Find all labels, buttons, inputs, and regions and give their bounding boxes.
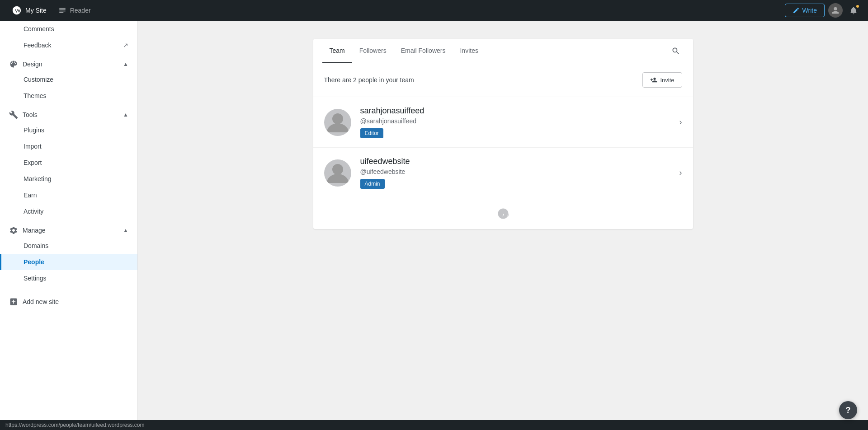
write-label: Write (802, 7, 817, 14)
wordpress-logo-icon (12, 5, 22, 15)
design-section-title: Design (9, 60, 42, 69)
themes-label: Themes (24, 92, 47, 99)
content-area: Team Followers Email Followers Invites T… (138, 21, 868, 420)
tools-chevron-icon: ▲ (123, 112, 128, 118)
sidebar-item-domains[interactable]: Domains (0, 238, 137, 254)
tab-team[interactable]: Team (322, 39, 352, 63)
export-label: Export (24, 159, 42, 166)
earn-label: Earn (24, 192, 37, 199)
help-button[interactable]: ? (839, 401, 857, 419)
sidebar-item-import[interactable]: Import (0, 138, 137, 154)
sidebar-item-customize[interactable]: Customize (0, 71, 137, 88)
team-count-text: There are 2 people in your team (324, 76, 414, 84)
wordpress-footer-icon (497, 207, 509, 220)
search-icon (671, 47, 680, 56)
topbar: My Site Reader Write (0, 0, 868, 21)
search-button[interactable] (668, 43, 684, 59)
member-role-ui: Admin (360, 179, 385, 189)
sidebar-item-add-new-site[interactable]: Add new site (0, 291, 137, 309)
member-avatar-sarah (324, 109, 351, 136)
tools-label: Tools (23, 111, 38, 118)
sidebar-item-feedback[interactable]: Feedback ↗ (0, 37, 137, 53)
sidebar-item-settings[interactable]: Settings (0, 270, 137, 286)
member-avatar-ui (324, 159, 351, 187)
tools-section-title: Tools (9, 110, 38, 119)
svg-point-1 (332, 164, 343, 175)
activity-label: Activity (24, 208, 43, 215)
sidebar-item-plugins[interactable]: Plugins (0, 122, 137, 138)
design-icon (9, 60, 18, 69)
status-bar: https://wordpress.com/people/team/uifeed… (0, 420, 868, 430)
sidebar-item-activity[interactable]: Activity (0, 203, 137, 220)
write-button[interactable]: Write (785, 4, 825, 17)
member-role-sarah: Editor (360, 128, 383, 138)
sidebar-item-people[interactable]: People (0, 254, 137, 270)
reader-icon (58, 6, 66, 14)
sidebar: Comments Feedback ↗ Design ▲ Customize T… (0, 21, 138, 420)
topbar-right: Write (785, 3, 861, 18)
my-site-label: My Site (25, 7, 47, 14)
help-label: ? (846, 406, 851, 415)
sidebar-item-marketing[interactable]: Marketing (0, 171, 137, 187)
team-member-uifeedwebsite[interactable]: uifeedwebsite @uifeedwebsite Admin › (313, 148, 693, 198)
reader-label: Reader (70, 7, 91, 14)
member-chevron-sarah: › (679, 117, 682, 127)
add-new-site-title: Add new site (9, 297, 59, 306)
sidebar-section-tools[interactable]: Tools ▲ (0, 104, 137, 122)
notification-badge (855, 4, 860, 9)
manage-chevron-icon: ▲ (123, 227, 128, 234)
import-label: Import (24, 143, 42, 150)
invite-button[interactable]: Invite (642, 72, 682, 88)
sidebar-item-earn[interactable]: Earn (0, 187, 137, 203)
wp-footer (313, 198, 693, 229)
domains-label: Domains (24, 242, 48, 249)
member-info-sarah: sarahjonasuiffeed @sarahjonasuiffeed Edi… (360, 106, 672, 138)
add-new-site-label: Add new site (23, 298, 59, 305)
avatar-icon (830, 5, 840, 15)
people-label: People (24, 258, 44, 266)
comments-label: Comments (24, 25, 54, 33)
tab-email-followers[interactable]: Email Followers (394, 39, 453, 63)
status-url: https://wordpress.com/people/team/uifeed… (5, 422, 144, 428)
write-icon (793, 7, 800, 14)
tools-icon (9, 110, 18, 119)
member-name-sarah: sarahjonasuiffeed (360, 106, 672, 116)
member-name-ui: uifeedwebsite (360, 157, 672, 166)
member-info-ui: uifeedwebsite @uifeedwebsite Admin (360, 157, 672, 189)
user-avatar[interactable] (828, 3, 843, 18)
people-panel: Team Followers Email Followers Invites T… (313, 39, 693, 229)
my-site-button[interactable]: My Site (7, 3, 51, 18)
member-chevron-ui: › (679, 168, 682, 178)
invite-icon (650, 76, 657, 84)
add-site-icon (9, 297, 18, 306)
team-count-bar: There are 2 people in your team Invite (313, 63, 693, 97)
avatar-person-icon-2 (324, 159, 351, 187)
reader-button[interactable]: Reader (53, 4, 96, 17)
team-member-sarahjonasuiffeed[interactable]: sarahjonasuiffeed @sarahjonasuiffeed Edi… (313, 97, 693, 148)
avatar-person-icon (324, 109, 351, 136)
topbar-left: My Site Reader (7, 3, 96, 18)
svg-point-0 (332, 113, 343, 124)
sidebar-item-export[interactable]: Export (0, 154, 137, 171)
manage-section-title: Manage (9, 226, 46, 235)
manage-label: Manage (23, 227, 46, 234)
external-link-icon: ↗ (123, 42, 128, 49)
sidebar-section-design[interactable]: Design ▲ (0, 53, 137, 71)
invite-label: Invite (660, 77, 674, 84)
marketing-label: Marketing (24, 175, 51, 182)
member-handle-ui: @uifeedwebsite (360, 168, 672, 175)
sidebar-item-themes[interactable]: Themes (0, 88, 137, 104)
sidebar-section-manage[interactable]: Manage ▲ (0, 220, 137, 238)
tab-followers[interactable]: Followers (352, 39, 394, 63)
tab-invites[interactable]: Invites (453, 39, 485, 63)
sidebar-item-comments[interactable]: Comments (0, 21, 137, 37)
main-layout: Comments Feedback ↗ Design ▲ Customize T… (0, 21, 868, 420)
manage-icon (9, 226, 18, 235)
plugins-label: Plugins (24, 126, 44, 134)
member-handle-sarah: @sarahjonasuiffeed (360, 117, 672, 125)
feedback-label: Feedback (24, 42, 51, 49)
notifications-button[interactable] (846, 3, 861, 18)
design-chevron-icon: ▲ (123, 61, 128, 67)
customize-label: Customize (24, 76, 53, 83)
people-tabs: Team Followers Email Followers Invites (313, 39, 693, 63)
